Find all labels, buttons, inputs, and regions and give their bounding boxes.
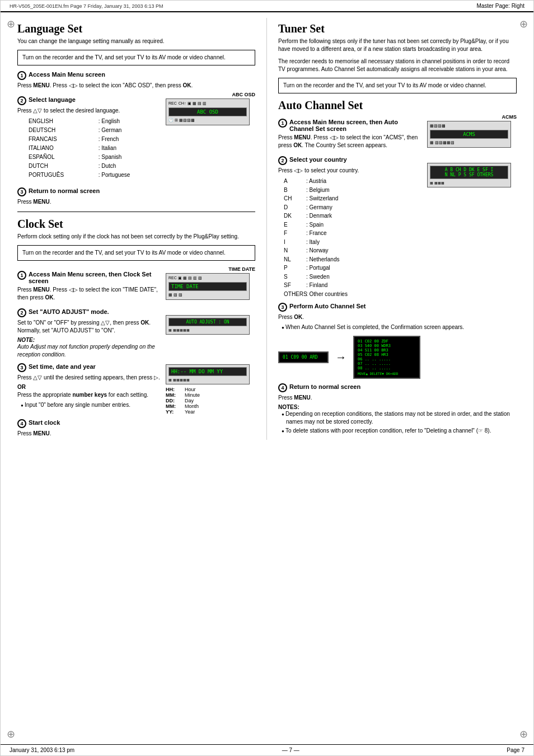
lang-deutsch-val: : German xyxy=(99,126,162,135)
page-footer: January 31, 2003 6:13 pm — 7 — Page 7 xyxy=(1,744,533,755)
country-p-key: P xyxy=(284,264,306,273)
lang-francais-key: FRANCAIS xyxy=(29,135,96,144)
lang-italiano-key: ITALIANO xyxy=(29,144,96,153)
clock-step4-header: 4 Start clock xyxy=(17,419,255,428)
lang-dutch-key: DUTCH xyxy=(29,162,96,171)
legend-mm1: MM: Minute xyxy=(166,392,255,398)
language-step2-diagram: ABC OSD REC CH↑ ▣ ▦ ▤ ▥ ABC OSD 🕐 ⊞ xyxy=(166,92,255,125)
country-sf-key: SF xyxy=(284,281,306,290)
ch-a-row5: 06 .. .. ..... xyxy=(358,357,416,361)
country-p-val: : Portugal xyxy=(306,264,424,273)
c-icon1: ▦ xyxy=(430,181,433,185)
yy-val: Year xyxy=(185,409,195,415)
time-legend: HH: Hour MM: Minute DD: Day xyxy=(166,387,255,415)
other-icons: ▦▧▨▩ xyxy=(179,118,195,123)
vcr-icons-row: REC CH↑ ▣ ▦ ▤ ▥ xyxy=(168,101,247,106)
note-item-2: To delete stations with poor reception c… xyxy=(286,427,517,435)
note-item-1: Depending on reception conditions, the s… xyxy=(286,410,517,426)
acs-step2-title: Select your country xyxy=(289,156,347,163)
channel-confirmation: 01 C09 00 ARD → 01 C02 00 ZDF 03 S40 00 … xyxy=(278,336,517,379)
tuner-set-body2: The recorder needs to memorise all neces… xyxy=(278,58,517,73)
legend-dd: DD: Day xyxy=(166,398,255,403)
language-step2-title: Select language xyxy=(29,96,76,103)
clock-icon: 🕐 xyxy=(168,118,174,123)
country-screen: A B CH D DK E SF IN NL P S SF OTHERS ▦ ▦… xyxy=(427,163,511,187)
clock-step2-diagram: AUTO ADJUST : ON ▦ ▦▦▦▦▦ xyxy=(166,304,255,335)
menu-icons-c: ▣ ▦ ▤ ▥ ▧ xyxy=(178,276,202,280)
lang-deutsch-key: DEUTSCH xyxy=(29,126,96,135)
file-info: HR-V505_205E-001EN.fm Page 7 Friday, Jan… xyxy=(10,3,163,9)
clock-step3-content: 3 Set time, date and year Press △▽ until… xyxy=(17,359,162,411)
channel-screen-after: 01 C02 00 ZDF 03 S40 00 WDR3 04 S11 00 B… xyxy=(353,336,420,379)
acs-step1-diagram: ACMS ▦▧▨▩ ACMS ▦ ▧▨▩▦▧ xyxy=(427,114,517,148)
time-display: HH:-- MM DO MM YY xyxy=(168,367,247,376)
clock-step1-title: Access Main Menu screen, then Clock Set … xyxy=(29,271,162,284)
tuner-set-title: Tuner Set xyxy=(278,22,517,35)
clock-step2-header: 2 Set "AUTO ADJUST" mode. xyxy=(17,308,162,317)
acs-step4-body: Press MENU. xyxy=(278,394,517,402)
country-dk-val: : Denmark xyxy=(306,212,424,220)
lang-english-key: ENGLISH xyxy=(29,117,96,126)
acms-icons-top: ▦▧▨▩ xyxy=(430,124,508,128)
acms-icon1: ▦▧▨▩ xyxy=(430,124,446,128)
acms-b2: ▧▨▩▦▧ xyxy=(435,140,455,145)
language-step1-header: 1 Access Main Menu screen xyxy=(17,71,255,80)
tuner-info-box: Turn on the recorder and the TV, and set… xyxy=(278,78,517,93)
clock-vcr-icons: REC ▣ ▦ ▤ ▥ ▧ xyxy=(168,276,247,280)
step2-num: 2 xyxy=(17,96,26,105)
arrow-icon: → xyxy=(335,351,346,364)
legend-mm2: MM: Month xyxy=(166,403,255,409)
clock-step2: 2 Set "AUTO ADJUST" mode. Set to "ON" or… xyxy=(17,304,255,359)
lang-espanol-val: : Spanish xyxy=(99,153,162,162)
clock-step1-body: Press MENU. Press ◁▷ to select the icon … xyxy=(17,286,162,302)
ch-a-row2: 03 S40 00 WDR3 xyxy=(358,344,416,348)
acs-step2-content: 2 Select your country Press ◁▷ to select… xyxy=(278,152,424,298)
legend-yy: YY: Year xyxy=(166,409,255,415)
country-i-val: : Italy xyxy=(306,238,424,247)
acs-step3-header: 3 Perform Auto Channel Set xyxy=(278,303,517,312)
clock-step3-diagram: HH:-- MM DO MM YY ▦ ▦▦▦▦▦ HH: Hour xyxy=(166,359,255,415)
mm2-key: MM: xyxy=(166,403,182,409)
acs-step1-content: 1 Access Main Menu screen, then Auto Cha… xyxy=(278,114,424,152)
language-step1-body: Press MENU. Press ◁▷ to select the icon … xyxy=(17,82,255,90)
country-a-val: : Austria xyxy=(306,177,424,186)
country-e-key: E xyxy=(284,220,306,229)
rec-icon2: ⊞ xyxy=(175,118,178,123)
language-step3-body: Press MENU. xyxy=(17,198,255,206)
lang-display: ABC OSD xyxy=(168,107,247,116)
acms-label: ACMS xyxy=(427,114,517,120)
country-f-key: F xyxy=(284,229,306,238)
auto-adjust-icons: ▦ ▦▦▦▦▦ xyxy=(168,328,247,332)
acms-b1: ▦ xyxy=(430,140,434,145)
auto-channel-set-section: Auto Channel Set 1 Access Main Menu scre… xyxy=(278,99,517,435)
country-e-val: : Spain xyxy=(306,220,424,229)
clock-set-subtitle: Perform clock setting only if the clock … xyxy=(17,233,255,241)
left-column: Language Set You can change the language… xyxy=(17,18,267,440)
acs-step3-body: Press OK. xyxy=(278,313,517,321)
hh-key: HH: xyxy=(166,387,182,392)
ch-a-row4: 05 C02 08 HR3 xyxy=(358,353,416,357)
acs-step4-header: 4 Return to normal screen xyxy=(278,383,517,392)
note-title: NOTE: xyxy=(17,337,162,343)
acs-step2: 2 Select your country Press ◁▷ to select… xyxy=(278,152,517,298)
language-step3-title: Return to normal screen xyxy=(29,187,100,194)
lang-english-val: : English xyxy=(99,117,162,126)
lang-dutch-val: : Dutch xyxy=(99,162,162,171)
master-page-label: Master Page: Right xyxy=(476,3,524,9)
step3-num: 3 xyxy=(17,187,26,196)
clock-step3-body1: Press △▽ until the desired setting appea… xyxy=(17,374,162,382)
country-d-val: : Germany xyxy=(306,203,424,212)
country-d-key: D xyxy=(284,203,306,212)
clock-step1-content: 1 Access Main Menu screen, then Clock Se… xyxy=(17,266,162,304)
crosshair-bottom-left: ⊕ xyxy=(5,729,16,740)
step1-num: 1 xyxy=(17,71,26,80)
crosshair-bottom-right: ⊕ xyxy=(518,729,529,740)
yy-key: YY: xyxy=(166,409,182,415)
menu-icons: ▣ ▦ ▤ ▥ xyxy=(188,101,207,106)
main-content: Language Set You can change the language… xyxy=(1,12,533,462)
clock-step2-num: 2 xyxy=(17,308,26,317)
language-set-section: Language Set You can change the language… xyxy=(17,22,255,206)
language-step1-title: Access Main Menu screen xyxy=(29,71,105,78)
clock-step3-bullet: Input "0" before any single number entri… xyxy=(25,401,162,409)
mm2-val: Month xyxy=(185,403,199,409)
